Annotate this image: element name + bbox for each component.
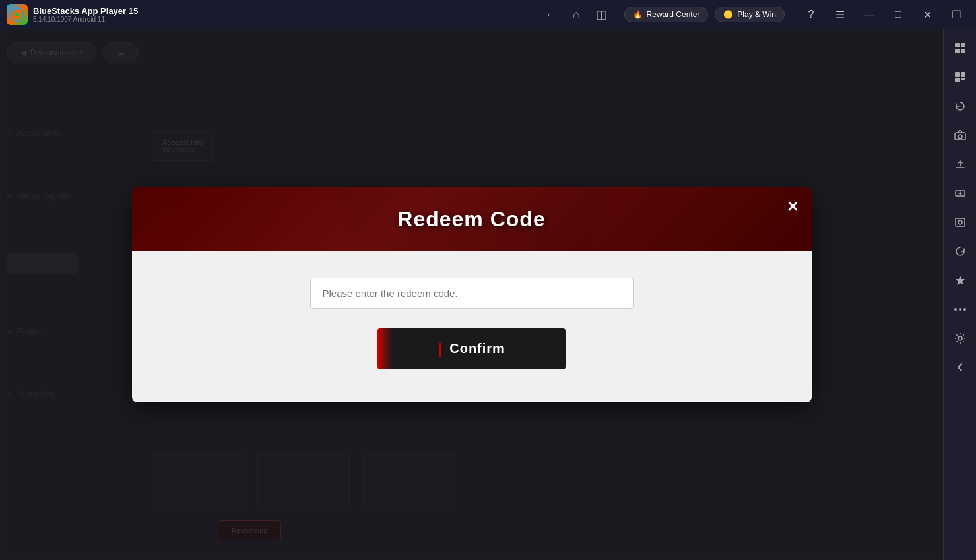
play-win-label: Play & Win [737,10,776,19]
svg-rect-3 [961,43,965,47]
reward-center-badge[interactable]: 🔥 Reward Center [624,7,709,22]
title-bar: BlueStacks App Player 15 5.14.10.1007 An… [0,0,976,29]
back-button[interactable]: ← [541,5,561,24]
maximize-button[interactable]: □ [885,5,911,24]
svg-rect-7 [961,72,965,77]
confirm-label: Confirm [449,341,505,356]
nav-buttons: ← ⌂ ◫ [541,5,611,24]
redeem-code-modal: Redeem Code × Confirm [132,187,812,402]
sidebar-icon-back-arrow[interactable] [948,355,973,380]
sidebar-icon-upload[interactable] [948,152,973,177]
svg-rect-8 [955,78,960,82]
coin-icon: 🟡 [723,10,733,19]
svg-point-1 [15,13,19,16]
reward-center-label: Reward Center [647,10,700,19]
modal-body: Confirm [132,251,812,402]
modal-overlay: Redeem Code × Confirm [0,29,943,560]
sidebar-icon-screenshot[interactable] [948,210,973,235]
app-logo [7,4,28,25]
badge-group: 🔥 Reward Center 🟡 Play & Win [624,7,785,22]
sidebar-icon-camera[interactable] [948,123,973,148]
help-button[interactable]: ? [798,5,824,24]
modal-header: Redeem Code × [132,187,812,251]
svg-rect-5 [961,49,965,53]
app-name: BlueStacks App Player 15 [33,6,138,16]
redeem-code-input[interactable] [310,278,634,309]
snap-button[interactable]: ❐ [943,5,969,24]
app-title-group: BlueStacks App Player 15 5.14.10.1007 An… [33,6,138,23]
fire-icon: 🔥 [633,10,643,19]
right-sidebar [943,29,976,560]
svg-rect-2 [955,43,960,47]
sidebar-icon-grid[interactable] [948,36,973,61]
main-content: ◀ Personalizzato ☁ Account Info Informat… [0,29,943,560]
svg-point-19 [958,336,962,340]
minimize-button[interactable]: — [856,5,882,24]
sidebar-icon-rotate[interactable] [948,94,973,119]
app-version: 5.14.10.1007 Android 11 [33,16,138,23]
window-controls: ? ☰ — □ ✕ ❐ [798,5,969,24]
svg-point-17 [959,308,961,311]
home-button[interactable]: ⌂ [569,5,584,24]
svg-point-11 [958,135,962,139]
layers-button[interactable]: ◫ [592,5,611,24]
play-win-badge[interactable]: 🟡 Play & Win [715,7,785,22]
sidebar-icon-resize[interactable] [948,181,973,206]
svg-marker-15 [956,276,965,285]
sidebar-icon-minus-grid[interactable] [948,65,973,90]
svg-point-16 [954,308,957,311]
sidebar-icon-settings[interactable] [948,326,973,351]
svg-rect-9 [961,78,965,80]
modal-close-button[interactable]: × [787,197,798,216]
sidebar-icon-more[interactable] [948,297,973,322]
svg-point-18 [963,308,966,311]
sidebar-icon-star[interactable] [948,268,973,293]
svg-rect-6 [955,72,960,77]
confirm-button[interactable]: Confirm [377,328,566,369]
svg-rect-13 [956,218,965,226]
svg-point-14 [958,220,962,224]
modal-title: Redeem Code [397,207,545,232]
svg-rect-4 [955,49,960,53]
sidebar-icon-refresh[interactable] [948,239,973,264]
close-button[interactable]: ✕ [914,5,940,24]
menu-button[interactable]: ☰ [827,5,853,24]
